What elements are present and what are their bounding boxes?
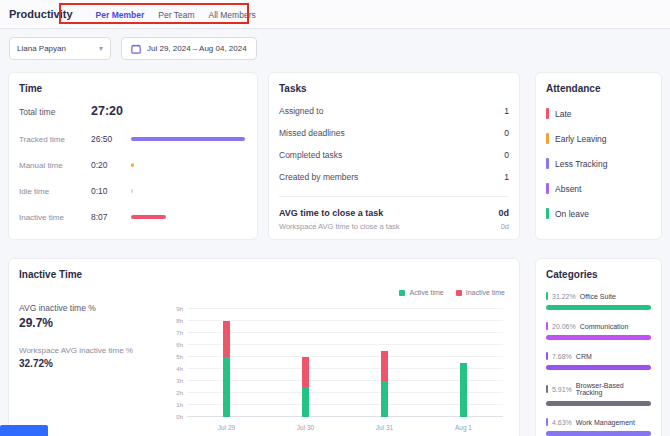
category-percent: 7.68% xyxy=(552,353,572,360)
chart-gridline xyxy=(187,356,503,357)
category-item: 5.91%Browser-Based Tracking xyxy=(546,382,651,406)
avg-inactive-value: 29.7% xyxy=(19,316,159,330)
tasks-list: Assigned to1Missed deadlines0Completed t… xyxy=(279,106,509,182)
member-select[interactable]: Liana Papyan ▾ xyxy=(9,37,111,60)
view-tabs: Per MemberPer TeamAll Members xyxy=(89,4,263,25)
active-bar-segment xyxy=(302,387,309,417)
time-card: Time Total time 27:20 Tracked time26:50M… xyxy=(8,72,258,240)
categories-list: 31.22%Office Suite20.06%Communication7.6… xyxy=(546,292,651,436)
task-row: Created by members1 xyxy=(279,172,509,182)
task-row: Assigned to1 xyxy=(279,106,509,116)
workspace-avg-inactive-label: Workspace AVG inactive time % xyxy=(19,346,159,355)
inactive-bar-segment xyxy=(381,351,388,381)
active-bar-segment xyxy=(460,363,467,417)
member-select-value: Liana Papyan xyxy=(17,44,66,53)
time-row-label: Idle time xyxy=(19,187,91,196)
chart-bar xyxy=(460,363,467,417)
chart-y-tick: 4h xyxy=(169,366,183,372)
calendar-icon xyxy=(131,44,141,54)
chart-gridline xyxy=(187,320,503,321)
task-row-value: 0 xyxy=(504,128,509,138)
total-time-value: 27:20 xyxy=(91,104,123,118)
clipped-tooltip-badge xyxy=(0,425,48,436)
attendance-color-bar xyxy=(546,208,549,219)
task-row-label: Assigned to xyxy=(279,106,323,116)
task-row-label: Created by members xyxy=(279,172,358,182)
time-row-value: 0:20 xyxy=(91,160,131,170)
category-item-header: 5.91%Browser-Based Tracking xyxy=(546,382,651,396)
category-percent: 20.06% xyxy=(552,323,576,330)
category-label: Communication xyxy=(580,323,629,330)
category-color-tick xyxy=(546,292,548,300)
chevron-down-icon: ▾ xyxy=(99,44,103,53)
chart-y-tick: 5h xyxy=(169,354,183,360)
avg-close-task-value: 0d xyxy=(498,208,509,218)
time-row-value: 26:50 xyxy=(91,134,131,144)
avg-inactive-label: AVG inactive time % xyxy=(19,303,159,313)
time-row: Inactive time8:07 xyxy=(19,212,247,222)
time-row-value: 8:07 xyxy=(91,212,131,222)
attendance-color-bar xyxy=(546,108,549,119)
attendance-list: LateEarly LeavingLess TrackingAbsentOn l… xyxy=(546,108,651,219)
task-row-value: 0 xyxy=(504,150,509,160)
attendance-item: Late xyxy=(546,108,651,119)
time-row-bar xyxy=(131,215,247,219)
category-item: 4.63%Work Management xyxy=(546,418,651,436)
tab-per-team[interactable]: Per Team xyxy=(151,5,201,25)
attendance-item: Absent xyxy=(546,183,651,194)
task-row: Completed tasks0 xyxy=(279,150,509,160)
chart-y-tick: 1h xyxy=(169,402,183,408)
tasks-card: Tasks Assigned to1Missed deadlines0Compl… xyxy=(268,72,520,240)
category-item: 7.68%CRM xyxy=(546,352,651,370)
filter-row: Liana Papyan ▾ Jul 29, 2024 – Aug 04, 20… xyxy=(9,37,257,60)
category-bar xyxy=(546,335,651,340)
legend-item[interactable]: Inactive time xyxy=(456,289,505,296)
category-color-tick xyxy=(546,352,548,360)
legend-label: Active time xyxy=(409,289,443,296)
category-percent: 5.91% xyxy=(552,386,572,393)
time-row-bar xyxy=(131,189,247,193)
divider xyxy=(279,196,509,197)
avg-close-task-label: AVG time to close a task xyxy=(279,208,383,218)
date-range-picker[interactable]: Jul 29, 2024 – Aug 04, 2024 xyxy=(121,37,257,60)
task-row-label: Completed tasks xyxy=(279,150,342,160)
category-label: CRM xyxy=(576,353,592,360)
inactive-bar-segment xyxy=(302,357,309,387)
category-item-header: 31.22%Office Suite xyxy=(546,292,651,300)
chart-y-tick: 9h xyxy=(169,306,183,312)
time-row-bar-fill xyxy=(131,163,134,167)
tab-per-member[interactable]: Per Member xyxy=(89,5,152,25)
category-percent: 31.22% xyxy=(552,293,576,300)
time-breakdown-list: Tracked time26:50Manual time0:20Idle tim… xyxy=(19,134,247,222)
category-item-header: 7.68%CRM xyxy=(546,352,651,360)
time-row-value: 0:10 xyxy=(91,186,131,196)
tab-all-members[interactable]: All Members xyxy=(201,5,262,25)
category-color-tick xyxy=(546,418,548,426)
attendance-item-label: On leave xyxy=(555,209,589,219)
time-row-label: Manual time xyxy=(19,161,91,170)
task-row-value: 1 xyxy=(504,172,509,182)
category-label: Work Management xyxy=(576,419,635,426)
legend-item[interactable]: Active time xyxy=(399,289,443,296)
inactive-stats: AVG inactive time % 29.7% Workspace AVG … xyxy=(19,303,159,369)
chart-gridline xyxy=(187,308,503,309)
time-row-bar-fill xyxy=(131,189,133,193)
chart-x-label: Jul 30 xyxy=(297,424,314,431)
task-row-label: Missed deadlines xyxy=(279,128,345,138)
categories-card-title: Categories xyxy=(546,269,651,280)
total-time-row: Total time 27:20 xyxy=(19,104,247,118)
time-row-bar xyxy=(131,163,247,167)
productivity-dashboard: Productivity Per MemberPer TeamAll Membe… xyxy=(0,0,670,436)
attendance-color-bar xyxy=(546,133,549,144)
chart-gridline xyxy=(187,332,503,333)
attendance-item-label: Early Leaving xyxy=(555,134,607,144)
chart-gridline xyxy=(187,380,503,381)
inactive-time-card: Inactive Time AVG inactive time % 29.7% … xyxy=(8,258,520,436)
workspace-avg-inactive-value: 32.72% xyxy=(19,358,159,369)
time-row-bar-fill xyxy=(131,137,245,141)
date-range-value: Jul 29, 2024 – Aug 04, 2024 xyxy=(147,44,247,53)
category-label: Office Suite xyxy=(580,293,616,300)
category-item-header: 20.06%Communication xyxy=(546,322,651,330)
legend-swatch xyxy=(456,290,462,296)
chart-gridline xyxy=(187,392,503,393)
